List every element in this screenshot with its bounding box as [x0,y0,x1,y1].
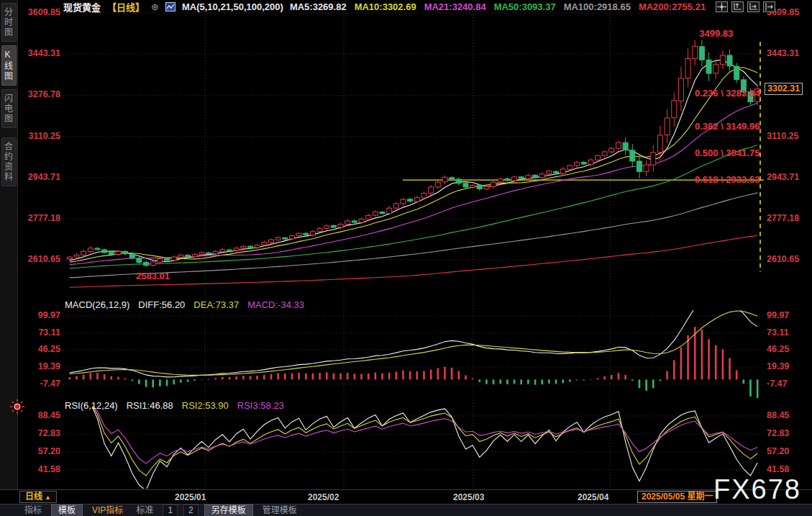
candle-body [186,255,191,257]
sidebar-item-2[interactable]: 闪电图 [1,89,17,128]
candle-body [477,185,482,189]
candle-body [575,163,580,166]
tab-4[interactable]: 1 [163,504,178,516]
period-tag: 【日线】 [107,0,145,14]
candle-body [567,166,572,169]
fib-label-1: 0.382 \ 3149.96 [695,121,759,132]
candle-body [720,55,725,64]
fit-horizontal-axis-icon[interactable] [747,1,759,12]
month-label-1: 2025/02 [308,492,339,502]
ma-line-100 [70,193,757,278]
candle-body [283,237,288,239]
candle-body [727,55,732,66]
zoom-circle-icon[interactable]: ⊕ [151,1,159,12]
candle-body [67,257,72,258]
macd-bar [83,374,85,379]
macd-axis-label-right: 73.11 [767,327,789,338]
macd-bar [478,379,480,381]
macd-bar [229,377,231,379]
candle-body [220,250,225,252]
candle-body [672,101,677,118]
macd-value: MACD:-34.33 [247,299,304,310]
rsi1-value: RSI1:46.88 [127,400,173,411]
candle-body [310,232,315,235]
tab-1[interactable]: 模板 [51,504,83,516]
candle-body [699,47,704,60]
tab-2[interactable]: VIP指标 [86,505,129,516]
sidebar-item-1[interactable]: K线图 [1,45,17,86]
price-axis-label-left: 3443.31 [19,48,60,58]
macd-bar [339,374,342,380]
tab-6[interactable]: 另存模板 [204,504,253,516]
sidebar-item-0[interactable]: 分时图 [1,3,17,42]
macd-bar [145,379,147,386]
move-tool-icon[interactable] [716,1,728,12]
macd-dea-line [70,311,757,375]
candle-body [373,212,378,215]
macd-bar [416,371,419,379]
rsi-axis-label-left: 88.45 [19,410,60,420]
macd-bar [597,378,599,379]
period-selector-button[interactable]: 日线▲ [19,491,57,503]
macd-axis-label-left: 46.25 [19,344,60,354]
candle-body [588,160,593,164]
candle-body [213,251,218,253]
macd-bar [214,378,216,379]
macd-bar [611,375,613,379]
macd-bar [256,376,258,379]
shift-right-icon[interactable] [763,1,775,12]
candle-body [554,171,559,173]
candle-body [429,187,434,193]
macd-bar [722,349,724,379]
macd-bar [222,377,224,379]
macd-bar [729,358,731,379]
candle-body [665,118,670,135]
tab-7[interactable]: 管理模板 [256,505,304,516]
candle-body [324,226,329,228]
candle-body [247,246,252,248]
macd-bar [666,371,668,380]
macd-bar [180,379,182,382]
grid-vertical [205,6,610,488]
candle-body [657,135,662,153]
macd-bar [277,373,279,379]
rsi-axis-label-left: 72.83 [19,428,60,438]
macd-axis-label-right: 99.97 [767,310,789,320]
price-axis-label-left: 2777.18 [19,213,60,223]
macd-bar [583,379,585,380]
candle-body [331,225,336,227]
tab-0[interactable]: 指标 [18,505,48,516]
ma-line-200 [70,235,757,287]
candles-layer [67,40,759,266]
mini-chart-icon[interactable] [165,2,175,12]
macd-bar [743,379,745,384]
fit-vertical-axis-icon[interactable] [731,1,744,12]
candle-body [352,221,357,222]
price-axis-label-left: 3609.85 [19,7,60,17]
macd-bar [360,374,362,380]
macd-bar [319,373,321,379]
price-axis-label-right: 2777.18 [767,213,799,223]
macd-diff-value: DIFF:56.20 [138,299,185,310]
macd-bar [396,371,398,379]
candle-body [275,237,280,240]
chart-canvas[interactable] [0,0,812,516]
candle-body [713,64,719,73]
macd-bar [368,374,370,380]
macd-bar [284,374,286,379]
rsi3-value: RSI3:58.23 [237,400,284,411]
macd-bar [173,379,175,384]
alert-burst-icon[interactable] [10,399,24,417]
tab-5[interactable]: 2 [183,504,199,516]
macd-bar [354,374,356,379]
candle-body [685,58,690,78]
macd-bar [541,379,543,384]
sidebar-item-3[interactable]: 合约资料 [1,137,17,186]
candle-body [539,174,544,178]
tab-3[interactable]: 标准 [129,505,160,516]
candle-body [463,184,468,187]
candle-body [345,221,350,224]
crosshair-date-label: 2025/05/05 星期一 [637,491,717,503]
macd-bar [193,379,196,381]
macd-bar [499,379,501,384]
